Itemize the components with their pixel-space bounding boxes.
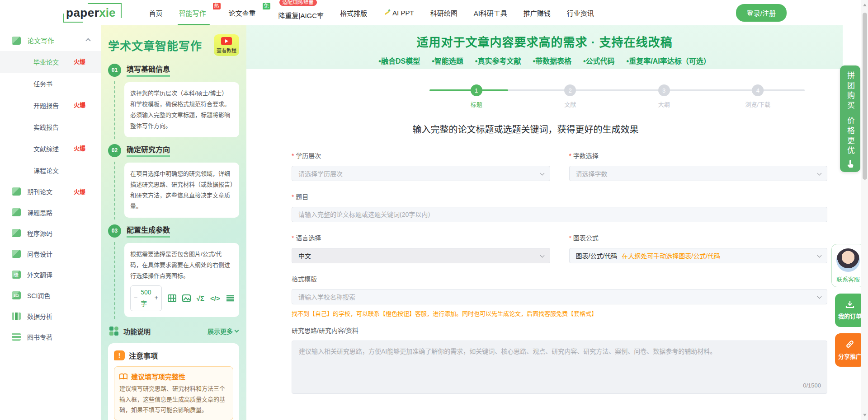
chevron-down-icon — [235, 328, 239, 333]
nav-item-formatting[interactable]: 格式排版 — [340, 0, 367, 25]
chevron-down-icon — [817, 253, 822, 258]
hot-label: 火爆 — [74, 144, 85, 152]
show-more-link[interactable]: 展示更多 — [208, 327, 238, 336]
step-node-title[interactable]: 1 标题 — [471, 84, 482, 108]
hot-label: 火爆 — [74, 187, 85, 196]
login-register-button[interactable]: 登录/注册 — [736, 4, 787, 22]
scrollbar-thumb[interactable] — [863, 13, 867, 180]
word-count-stepper: − 500 字 + — [130, 285, 162, 312]
word-count-select[interactable]: 请选择字数 — [569, 166, 828, 181]
cnki-tag: 适配知网/维普 — [279, 0, 317, 6]
chart-formula-select[interactable]: 图表/公式/代码 在大纲处可手动选择图表/公式/代码 — [569, 248, 828, 263]
lines-icon[interactable] — [226, 295, 235, 302]
features-label: 功能说明 — [123, 327, 151, 336]
sidebar-item-course-paper[interactable]: 课程论文 — [0, 159, 101, 181]
link-icon — [845, 340, 854, 349]
folder-icon — [12, 208, 21, 216]
sidebar-item-book-monograph[interactable]: 图书专著 — [0, 327, 101, 347]
nav-item-ai-ppt[interactable]: AI PPT — [383, 0, 414, 25]
books-icon — [12, 333, 21, 341]
sidebar-item-literature-review[interactable]: 文献综述火爆 — [0, 138, 101, 159]
feature-bullets: •融合DS模型 •智能选题 •真实参考文献 •带数据表格 •公式代码 •重复率/… — [246, 55, 843, 66]
sidebar-item-questionnaire[interactable]: 问卷设计 — [0, 243, 101, 264]
nav-item-promotion[interactable]: 推广赚钱 — [524, 0, 551, 25]
guide-step-3: 03 配置生成参数 根据需要选择是否包含图片/公式/代码，在具体要求需要在大纲处… — [108, 224, 239, 317]
nav-item-home[interactable]: 首页 — [149, 0, 162, 25]
language-label: 语言选择 — [292, 233, 550, 242]
word-count-value: 500 字 — [141, 287, 151, 310]
word-count-label: 字数选择 — [569, 151, 828, 160]
guide-step-1: 01 填写基础信息 选择您的学历层次（本科/硕士/博士）和学校模板，确保格式规范… — [108, 63, 239, 137]
book-icon — [119, 373, 127, 380]
step-node-outline[interactable]: 3 大纲 — [658, 84, 670, 108]
table-icon[interactable] — [168, 294, 176, 302]
sidebar: 论文写作 毕业论文火爆 任务书 开题报告火爆 实践报告 文献综述火爆 课程论文 … — [0, 25, 101, 420]
download-icon — [845, 300, 854, 308]
chevron-down-icon — [540, 171, 544, 176]
hot-label: 火爆 — [74, 57, 85, 65]
guide-panel: 学术文章智能写作 查看教程 01 填写基础信息 选择您的学历层次（本科/硕士/博… — [101, 25, 246, 420]
nav-item-industry-news[interactable]: 行业资讯 — [567, 0, 594, 25]
minus-button[interactable]: − — [134, 292, 137, 304]
chevron-down-icon — [817, 294, 822, 299]
sidebar-item-sci-polish[interactable]: SCI润色 — [0, 285, 101, 306]
scroll-up-arrow[interactable] — [863, 4, 867, 6]
step-node-literature[interactable]: 2 文献 — [564, 84, 576, 108]
language-select[interactable]: 中文 — [292, 248, 550, 263]
sidebar-item-proposal-report[interactable]: 开题报告火爆 — [0, 94, 101, 116]
step-node-download[interactable]: 4 浏览/下载 — [745, 84, 770, 108]
sidebar-item-data-analysis[interactable]: 数据分析 — [0, 306, 101, 327]
formula-icon[interactable]: √Σ — [197, 292, 204, 305]
school-template-select[interactable]: 请输入学校名称搜索 — [292, 289, 827, 304]
step-number-badge: 02 — [108, 144, 121, 157]
sidebar-item-journal-paper[interactable]: 期刊论文火爆 — [0, 181, 101, 202]
chevron-down-icon — [817, 171, 822, 176]
guide-step-2: 02 确定研究方向 在项目选择中明确您的研究领域，详细描述研究思路、研究材料（或… — [108, 144, 239, 218]
sidebar-item-task-book[interactable]: 任务书 — [0, 73, 101, 94]
hot-label: 火爆 — [74, 100, 85, 109]
template-label: 格式模版 — [292, 274, 827, 283]
sidebar-item-topic-ideas[interactable]: 课题思路 — [0, 202, 101, 223]
bar-chart-icon — [12, 313, 21, 320]
step-description-card: 在项目选择中明确您的研究领域，详细描述研究思路、研究材料（或数据报告）和研究方法… — [124, 163, 239, 218]
grid-icon — [109, 326, 119, 336]
title-label: 题目 — [292, 192, 827, 201]
plus-button[interactable]: + — [155, 292, 158, 304]
nav-item-plagiarism-check[interactable]: 论文查重 免 — [229, 0, 262, 25]
sidebar-item-graduation-thesis[interactable]: 毕业论文火爆 — [0, 51, 101, 73]
education-level-select[interactable]: 请选择学历层次 — [292, 166, 550, 181]
hand-click-icon — [847, 160, 854, 168]
sidebar-item-translation[interactable]: 外文翻译 — [0, 264, 101, 285]
group-buy-tab[interactable]: 拼团购买 价格更优 — [840, 65, 860, 172]
layers-icon — [12, 229, 21, 237]
sidebar-group-paper-writing[interactable]: 论文写作 — [0, 30, 101, 51]
title-input[interactable] — [292, 207, 827, 222]
main-content: 适用对于文章内容要求高的需求 · 支持在线改稿 •融合DS模型 •智能选题 •真… — [246, 25, 868, 420]
top-navigation-bar: paper xie 首页 智能写作 热 论文查重 免 适配知网/维普 降重复|A… — [0, 0, 868, 25]
scroll-down-arrow[interactable] — [863, 414, 867, 416]
chart-formula-hint: 在大纲处可手动选择图表/公式/代码 — [622, 251, 720, 260]
logo-frame-icon — [88, 3, 122, 19]
contact-service-widget[interactable]: 联系客服 — [831, 244, 865, 287]
template-note: 找不到【自己】的学校，可以联系【橙色按钮】客服，进行添加。同时也可以先生成论文，… — [292, 309, 827, 317]
sidebar-item-practice-report[interactable]: 实践报告 — [0, 116, 101, 138]
headline: 适用对于文章内容要求高的需求 · 支持在线改稿 — [246, 33, 843, 50]
nav-item-smart-writing[interactable]: 智能写作 热 — [179, 0, 212, 25]
view-tutorial-button[interactable]: 查看教程 — [214, 34, 239, 56]
nav-item-reduce-aigc[interactable]: 适配知网/维普 降重复|AIGC率 — [278, 0, 324, 25]
service-agent-avatar — [836, 248, 860, 272]
main-nav: 首页 智能写作 热 论文查重 免 适配知网/维普 降重复|AIGC率 格式排版 … — [149, 0, 594, 25]
sidebar-item-source-code[interactable]: 程序源码 — [0, 223, 101, 243]
journal-icon — [12, 187, 21, 196]
image-icon[interactable] — [182, 294, 191, 302]
free-badge: 免 — [263, 3, 270, 9]
code-icon[interactable]: </> — [210, 292, 220, 305]
hero-band: 适用对于文章内容要求高的需求 · 支持在线改稿 •融合DS模型 •智能选题 •真… — [246, 25, 843, 69]
nav-item-ai-research-tools[interactable]: AI科研工具 — [474, 0, 507, 25]
logo-frame-icon — [63, 14, 83, 23]
paperxie-logo[interactable]: paper xie — [63, 3, 122, 23]
video-play-icon — [221, 37, 232, 45]
research-textarea[interactable] — [292, 341, 827, 394]
chevron-up-icon — [85, 38, 90, 43]
nav-item-sci-drawing[interactable]: 科研绘图 — [430, 0, 458, 25]
